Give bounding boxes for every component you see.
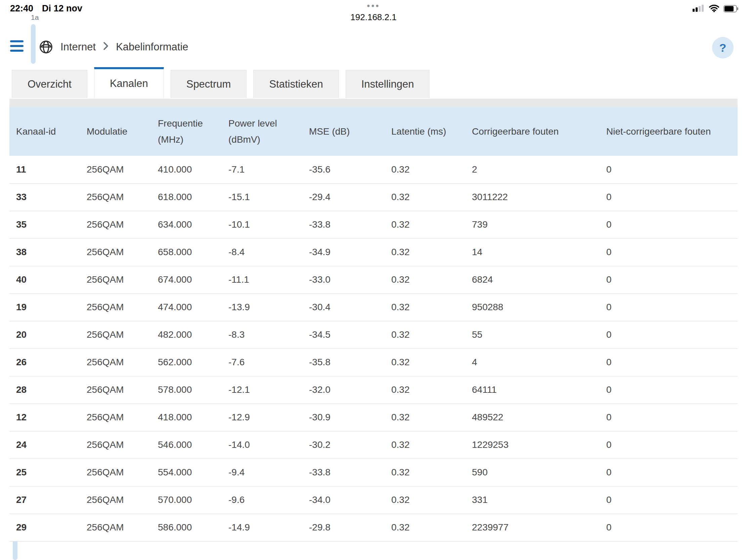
column-header-mse: MSE (dB) (302, 107, 385, 156)
cell-power-level: -11.1 (222, 266, 302, 293)
cell-niet-corrigeerbare-fouten: 0 (599, 348, 738, 376)
cell-niet-corrigeerbare-fouten: 0 (599, 486, 738, 514)
cell-frequentie: 634.000 (151, 211, 222, 238)
cell-mse: -33.8 (302, 211, 385, 238)
table-row: 28256QAM578.000-12.1-32.00.32641110 (9, 376, 738, 404)
cell-latentie: 0.32 (385, 459, 465, 486)
column-header-kanaal-id: Kanaal-id (9, 107, 80, 156)
cell-modulatie: 256QAM (80, 486, 151, 514)
cell-modulatie: 256QAM (80, 238, 151, 266)
cell-corrigeerbare-fouten: 6824 (465, 266, 599, 293)
cell-modulatie: 256QAM (80, 266, 151, 293)
cell-corrigeerbare-fouten: 331 (465, 486, 599, 514)
column-header-power-level: Power level(dBmV) (222, 107, 302, 156)
table-row: 29256QAM586.000-14.9-29.80.3222399770 (9, 514, 738, 541)
cell-mse: -29.4 (302, 183, 385, 211)
cell-kanaal-id: 33 (9, 183, 80, 211)
cell-frequentie: 618.000 (151, 183, 222, 211)
cell-kanaal-id: 11 (9, 156, 80, 183)
cell-frequentie: 562.000 (151, 348, 222, 376)
tab-kanalen[interactable]: Kanalen (94, 67, 164, 98)
table-row: 40256QAM674.000-11.1-33.00.3268240 (9, 266, 738, 293)
cell-kanaal-id: 38 (9, 238, 80, 266)
table-row: 35256QAM634.000-10.1-33.80.327390 (9, 211, 738, 238)
cell-frequentie: 578.000 (151, 376, 222, 404)
cell-latentie: 0.32 (385, 486, 465, 514)
cell-power-level: -13.9 (222, 293, 302, 321)
column-header-latentie: Latentie (ms) (385, 107, 465, 156)
cell-latentie: 0.32 (385, 211, 465, 238)
cell-mse: -30.9 (302, 404, 385, 431)
cell-modulatie: 256QAM (80, 376, 151, 404)
cell-corrigeerbare-fouten: 950288 (465, 293, 599, 321)
cell-niet-corrigeerbare-fouten: 0 (599, 376, 738, 404)
cell-niet-corrigeerbare-fouten: 0 (599, 404, 738, 431)
cell-niet-corrigeerbare-fouten: 0 (599, 238, 738, 266)
cell-latentie: 0.32 (385, 348, 465, 376)
help-button[interactable]: ? (712, 37, 733, 58)
table-row: 11256QAM410.000-7.1-35.60.3220 (9, 156, 738, 183)
table-row: 24256QAM546.000-14.0-30.20.3212292530 (9, 431, 738, 459)
cell-corrigeerbare-fouten: 2 (465, 156, 599, 183)
breadcrumb: Internet Kabelinformatie (39, 37, 188, 56)
cell-power-level: -9.6 (222, 486, 302, 514)
cell-latentie: 0.32 (385, 321, 465, 348)
tab-bar: OverzichtKanalenSpectrumStatistiekenInst… (12, 67, 430, 98)
channel-table: Kanaal-idModulatieFrequentie(MHz)Power l… (9, 107, 738, 541)
battery-icon (723, 5, 738, 12)
cell-mse: -34.5 (302, 321, 385, 348)
cell-modulatie: 256QAM (80, 459, 151, 486)
vertical-scrollbar-thumb-top[interactable] (31, 24, 35, 64)
cell-niet-corrigeerbare-fouten: 0 (599, 321, 738, 348)
menu-icon[interactable] (10, 39, 26, 52)
table-row: 19256QAM474.000-13.9-30.40.329502880 (9, 293, 738, 321)
cell-corrigeerbare-fouten: 4 (465, 348, 599, 376)
cell-latentie: 0.32 (385, 293, 465, 321)
cell-latentie: 0.32 (385, 404, 465, 431)
screen: 22:40 Di 12 nov ••• 192.168.2.1 (0, 0, 747, 560)
cell-frequentie: 674.000 (151, 266, 222, 293)
tab-overflow-dots[interactable]: ••• (367, 1, 380, 11)
cell-frequentie: 418.000 (151, 404, 222, 431)
cell-kanaal-id: 29 (9, 514, 80, 541)
cell-frequentie: 482.000 (151, 321, 222, 348)
cell-modulatie: 256QAM (80, 156, 151, 183)
cell-corrigeerbare-fouten: 1229253 (465, 431, 599, 459)
cell-kanaal-id: 40 (9, 266, 80, 293)
cell-power-level: -12.1 (222, 376, 302, 404)
cell-kanaal-id: 25 (9, 459, 80, 486)
cell-power-level: -7.6 (222, 348, 302, 376)
address-url[interactable]: 192.168.2.1 (350, 12, 396, 23)
status-bar: 22:40 Di 12 nov ••• 192.168.2.1 (0, 0, 747, 21)
horizontal-scrollbar-track[interactable] (9, 99, 738, 107)
tab-statistieken[interactable]: Statistieken (253, 70, 339, 98)
cell-corrigeerbare-fouten: 739 (465, 211, 599, 238)
cell-kanaal-id: 26 (9, 348, 80, 376)
cell-frequentie: 546.000 (151, 431, 222, 459)
cell-mse: -30.4 (302, 293, 385, 321)
cell-kanaal-id: 24 (9, 431, 80, 459)
cell-modulatie: 256QAM (80, 321, 151, 348)
breadcrumb-current: Kabelinformatie (116, 41, 188, 53)
cell-mse: -33.8 (302, 459, 385, 486)
breadcrumb-internet[interactable]: Internet (60, 41, 96, 53)
table-row: 27256QAM570.000-9.6-34.00.323310 (9, 486, 738, 514)
cell-niet-corrigeerbare-fouten: 0 (599, 293, 738, 321)
cell-corrigeerbare-fouten: 64111 (465, 376, 599, 404)
tab-overzicht[interactable]: Overzicht (12, 70, 87, 98)
tab-instellingen[interactable]: Instellingen (345, 70, 430, 98)
cell-mse: -34.0 (302, 486, 385, 514)
wifi-icon (709, 4, 719, 14)
status-time: 22:40 (10, 3, 33, 14)
table-row: 12256QAM418.000-12.9-30.90.324895220 (9, 404, 738, 431)
cell-frequentie: 410.000 (151, 156, 222, 183)
cell-niet-corrigeerbare-fouten: 0 (599, 459, 738, 486)
cell-niet-corrigeerbare-fouten: 0 (599, 514, 738, 541)
status-date: Di 12 nov (42, 3, 82, 14)
cell-mse: -33.0 (302, 266, 385, 293)
cell-power-level: -14.0 (222, 431, 302, 459)
cell-niet-corrigeerbare-fouten: 0 (599, 156, 738, 183)
cell-kanaal-id: 19 (9, 293, 80, 321)
tab-spectrum[interactable]: Spectrum (171, 70, 247, 98)
column-header-niet-corrigeerbare-fouten: Niet-corrigeerbare fouten (599, 107, 738, 156)
